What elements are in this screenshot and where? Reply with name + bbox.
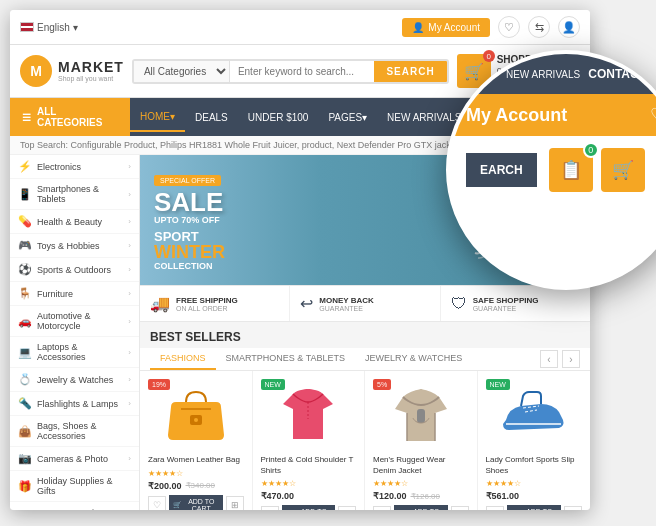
zoom-cart-button[interactable]: 🛒 (601, 148, 645, 192)
logo-icon: M (20, 55, 52, 87)
sidebar-label: Health & Beauty (37, 217, 102, 227)
sidebar-item-furniture[interactable]: 🪑 Furniture › (10, 282, 139, 306)
sidebar-label: Smartphones & Tablets (37, 184, 123, 204)
price-area: ₹561.00 (486, 491, 583, 501)
wishlist-button[interactable]: ♡ (148, 496, 166, 510)
nav-home[interactable]: HOME▾ (130, 103, 185, 132)
collection-sub: COLLECTION (154, 261, 225, 271)
chevron-right-icon: › (128, 317, 131, 326)
price-old: ₹126.00 (411, 492, 440, 501)
zoom-contact-us[interactable]: CONTACT US (588, 67, 656, 81)
chevron-right-icon: › (128, 375, 131, 384)
sidebar-item-smartphones[interactable]: 📱 Smartphones & Tablets › (10, 179, 139, 210)
add-to-cart-button[interactable]: 🛒 ADD TO CART (282, 505, 336, 510)
sidebar-label: Cameras & Photo (37, 454, 108, 464)
feature-shipping-text: FREE SHIPPING ON ALL ORDER (176, 296, 238, 312)
all-categories-label: ALL CATEGORIES (37, 106, 118, 128)
logo[interactable]: M MARKET Shop all you want (20, 55, 124, 87)
top-bar-right: 👤 My Account ♡ ⇆ 👤 (402, 16, 580, 38)
product-stars: ★★★★☆ (261, 479, 357, 488)
tab-prev-button[interactable]: ‹ (540, 350, 558, 368)
sidebar-item-jewelry[interactable]: 💍 Jewelry & Watches › (10, 368, 139, 392)
add-to-cart-button[interactable]: 🛒 ADD TO CART (169, 495, 223, 510)
sidebar-label: Holiday Supplies & Gifts (37, 476, 131, 496)
compare-button[interactable]: ⊞ (451, 506, 469, 510)
sidebar-item-toys[interactable]: 🎮 Toys & Hobbies › (10, 234, 139, 258)
price-current: ₹470.00 (261, 491, 295, 501)
sidebar-item-sports[interactable]: ⚽ Sports & Outdoors › (10, 258, 139, 282)
nav-pages[interactable]: PAGES▾ (318, 104, 377, 131)
more-icon: + (18, 507, 32, 510)
add-to-cart-button[interactable]: 🛒 ADD TO CART (507, 505, 562, 510)
compare-button[interactable]: ⊞ (564, 506, 582, 510)
compare-button[interactable]: ⊞ (338, 506, 356, 510)
price-area: ₹200.00 ₹340.00 (148, 481, 244, 491)
shipping-icon: 🚚 (150, 294, 170, 313)
zoom-icons-row: EARCH 📋 0 🛒 SHOPPIN... 0 item - ₹ (450, 136, 656, 204)
safe-shopping-icon: 🛡 (451, 295, 467, 313)
my-account-button[interactable]: 👤 My Account (402, 18, 490, 37)
money-back-title: MONEY BACK (319, 296, 374, 305)
safe-title: SAFE SHOPPING (473, 296, 539, 305)
hero-text: SPECIAL OFFER SALE UPTO 70% OFF (154, 169, 223, 225)
sidebar-item-cameras[interactable]: 📷 Cameras & Photo › (10, 447, 139, 471)
sidebar-item-more[interactable]: + More Categories (10, 502, 139, 510)
chevron-right-icon: › (128, 289, 131, 298)
product-badge-percent: 5% (373, 379, 391, 390)
product-card-shoes: NEW Lady Comfort Sports Slip Shoes (478, 371, 591, 510)
price-area: ₹470.00 (261, 491, 357, 501)
tab-fashions[interactable]: FASHIONS (150, 348, 216, 370)
compare-button[interactable]: ⇆ (528, 16, 550, 38)
feature-safe-text: SAFE SHOPPING GUARANTEE (473, 296, 539, 312)
svg-point-11 (527, 396, 531, 400)
zoom-search-box[interactable]: EARCH (466, 153, 537, 187)
sidebar-item-health[interactable]: 💊 Health & Beauty › (10, 210, 139, 234)
wishlist-button[interactable]: ♡ (498, 16, 520, 38)
zoom-documents-button[interactable]: 📋 0 (549, 148, 593, 192)
price-current: ₹561.00 (486, 491, 520, 501)
product-badge-new: NEW (486, 379, 510, 390)
sidebar-label: Jewelry & Watches (37, 375, 113, 385)
nav-deals[interactable]: DEALS (185, 104, 238, 131)
nav-under100[interactable]: UNDER $100 (238, 104, 319, 131)
tab-navigation: ‹ › (540, 350, 580, 368)
sidebar-label: Flashlights & Lamps (37, 399, 118, 409)
sidebar-label: Automotive & Motorcycle (37, 311, 123, 331)
user-profile-button[interactable]: 👤 (558, 16, 580, 38)
category-select[interactable]: All Categories (134, 61, 230, 82)
flag-icon (20, 22, 34, 32)
price-current: ₹200.00 (148, 481, 182, 491)
sidebar-item-bags[interactable]: 👜 Bags, Shoes & Accessories (10, 416, 139, 447)
sidebar-item-electronics[interactable]: ⚡ Electronics › (10, 155, 139, 179)
special-offer-label: SPECIAL OFFER (154, 175, 221, 186)
zoom-new-arrivals[interactable]: NEW ARRIVALS (506, 69, 580, 80)
tab-next-button[interactable]: › (562, 350, 580, 368)
zoom-heart-icon[interactable]: ♡ (650, 104, 656, 126)
wishlist-button[interactable]: ♡ (261, 506, 279, 510)
search-button[interactable]: SEARCH (374, 61, 446, 82)
chevron-right-icon: › (128, 265, 131, 274)
sidebar-item-automotive[interactable]: 🚗 Automotive & Motorcycle › (10, 306, 139, 337)
cameras-icon: 📷 (18, 452, 32, 465)
language-selector[interactable]: English ▾ (20, 22, 78, 33)
sidebar-item-laptops[interactable]: 💻 Laptops & Accessories › (10, 337, 139, 368)
add-to-cart-label: ADD TO CART (522, 508, 558, 510)
product-name: Lady Comfort Sports Slip Shoes (486, 455, 583, 476)
tab-jewelry[interactable]: JEWELRY & WATCHES (355, 348, 472, 370)
search-input[interactable] (230, 61, 375, 82)
money-back-icon: ↩ (300, 294, 313, 313)
compare-button[interactable]: ⊞ (226, 496, 244, 510)
product-badge-new: NEW (261, 379, 285, 390)
wishlist-button[interactable]: ♡ (486, 506, 504, 510)
my-account-label: My Account (428, 22, 480, 33)
sidebar-item-flashlights[interactable]: 🔦 Flashlights & Lamps › (10, 392, 139, 416)
sidebar-item-holiday[interactable]: 🎁 Holiday Supplies & Gifts (10, 471, 139, 502)
all-categories-button[interactable]: ☰ ALL CATEGORIES (10, 98, 130, 136)
wishlist-button[interactable]: ♡ (373, 506, 391, 510)
tab-smartphones[interactable]: SMARTPHONES & TABLETS (216, 348, 356, 370)
product-card-bag: 19% Zara Women Leather Bag ★★★★☆ ₹ (140, 371, 253, 510)
lang-chevron: ▾ (73, 22, 78, 33)
add-to-cart-button[interactable]: 🛒 ADD TO CART (394, 505, 448, 510)
chevron-right-icon: › (128, 190, 131, 199)
logo-text: MARKET Shop all you want (58, 60, 124, 83)
